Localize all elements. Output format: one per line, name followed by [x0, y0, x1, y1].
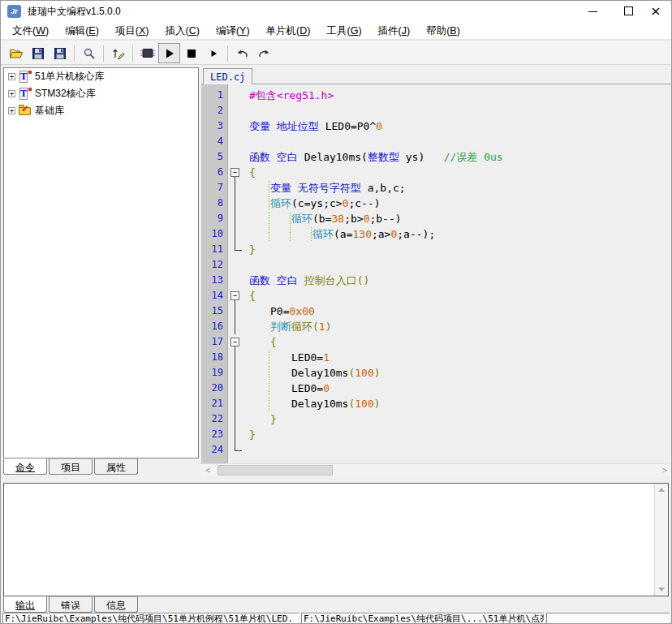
tab-project[interactable]: 项目	[49, 458, 93, 475]
code-text: #包含<reg51.h>	[249, 88, 334, 103]
line-number: 20	[201, 381, 228, 396]
menu-mcu[interactable]: 单片机(D)	[258, 22, 319, 40]
code-text: 函数 空白 Delay10ms(整数型 ys) //误差 0us	[249, 149, 503, 165]
open-button[interactable]	[5, 43, 27, 63]
scroll-right-icon[interactable]: >	[658, 464, 671, 477]
tab-errors[interactable]: 错误	[49, 596, 93, 613]
status-extra	[546, 613, 670, 624]
save-button[interactable]	[27, 43, 49, 63]
goto-edit-button[interactable]	[107, 43, 129, 63]
status-bar: F:\JieRuibc\Examples\纯代码项目\51单片机例程\51单片机…	[1, 613, 671, 624]
scroll-down-icon[interactable]	[655, 583, 669, 596]
stop-button[interactable]	[180, 43, 202, 63]
close-button[interactable]: ×	[642, 1, 670, 21]
chip-icon	[140, 47, 156, 59]
toolbar-separator	[103, 45, 104, 62]
output-vertical-scrollbar[interactable]	[654, 484, 668, 596]
editor-horizontal-scrollbar[interactable]: < >	[201, 463, 671, 476]
code-line-9: 9循环(b=38;b>0;b--)	[201, 211, 671, 226]
expand-plus-icon[interactable]: +	[8, 90, 15, 97]
editor-code-area[interactable]: 1#包含<reg51.h>23变量 地址位型 LED0=P0^045函数 空白 …	[201, 84, 671, 463]
code-text: 判断循环(1)	[249, 319, 331, 334]
menu-plugins[interactable]: 插件(J)	[370, 22, 419, 40]
scrollbar-thumb[interactable]	[218, 465, 333, 476]
line-number: 10	[201, 226, 228, 242]
indent-guide	[290, 227, 291, 241]
run-button[interactable]	[158, 43, 180, 63]
code-line-17: 17−{	[201, 334, 671, 350]
fold-column: −	[228, 288, 249, 303]
expand-plus-icon[interactable]: +	[8, 107, 15, 114]
fold-column	[228, 242, 249, 257]
close-icon: ×	[650, 3, 661, 19]
menu-file[interactable]: 文件(W)	[4, 22, 57, 40]
fold-collapse-icon[interactable]: −	[230, 168, 239, 177]
play-small-icon	[209, 49, 218, 58]
tree-item-51-core-lib[interactable]: +T51单片机核心库	[4, 68, 198, 85]
left-panel-tabs: 命令项目属性	[3, 458, 140, 475]
menu-insert[interactable]: 插入(C)	[157, 22, 208, 40]
fold-collapse-icon[interactable]: −	[230, 291, 239, 300]
code-line-22: 22}	[201, 411, 671, 427]
tab-properties[interactable]: 属性	[94, 458, 138, 475]
code-text: {	[249, 288, 256, 303]
menu-project[interactable]: 项目(X)	[107, 22, 157, 40]
maximize-button[interactable]	[614, 1, 642, 21]
line-number: 6	[201, 165, 228, 180]
fold-column	[228, 134, 249, 149]
fold-column	[228, 180, 249, 196]
redo-icon	[257, 48, 271, 59]
code-text: LED0=1	[249, 350, 330, 365]
menu-edit[interactable]: 编辑(E)	[57, 22, 107, 40]
library-tree-panel[interactable]: +T51单片机核心库+TSTM32核心库+✓基础库	[3, 67, 199, 458]
editor-tabstrip: LED.cj	[201, 67, 671, 84]
fold-collapse-icon[interactable]: −	[230, 338, 239, 346]
search-button[interactable]	[78, 43, 100, 63]
undo-icon	[235, 48, 249, 59]
fold-column	[228, 257, 249, 273]
window-title: 捷瑞中文编程v1.5.0.0	[28, 5, 121, 19]
fold-column	[228, 365, 249, 381]
line-number: 18	[201, 350, 228, 365]
editor-tab-led-cj[interactable]: LED.cj	[203, 68, 252, 84]
code-text: 变量 无符号字符型 a,b,c;	[249, 180, 406, 196]
status-project-path: F:\JieRuibc\Examples\纯代码项目\...\51单片机\点亮L…	[301, 613, 545, 624]
line-number: 23	[201, 427, 228, 442]
menu-compile[interactable]: 编译(Y)	[208, 22, 258, 40]
menu-help[interactable]: 帮助(B)	[418, 22, 468, 40]
tree-item-stm32-core-lib[interactable]: +TSTM32核心库	[4, 85, 198, 102]
code-line-8: 8循环(c=ys;c>0;c--)	[201, 196, 671, 211]
expand-plus-icon[interactable]: +	[8, 73, 15, 80]
code-line-7: 7变量 无符号字符型 a,b,c;	[201, 180, 671, 196]
step-button[interactable]	[202, 43, 224, 63]
line-number: 14	[201, 288, 228, 303]
redo-button[interactable]	[253, 43, 275, 63]
tab-output[interactable]: 输出	[3, 596, 47, 613]
undo-button[interactable]	[231, 43, 253, 63]
output-tabs: 输出错误信息	[3, 596, 140, 613]
line-number: 1	[201, 88, 228, 103]
app-icon: Jr	[7, 5, 21, 18]
tab-command[interactable]: 命令	[3, 458, 47, 475]
code-line-18: 18LED0=1	[201, 350, 671, 365]
indent-guide	[269, 381, 269, 395]
minimize-button[interactable]	[579, 1, 606, 21]
menu-tools[interactable]: 工具(G)	[318, 22, 369, 40]
fold-column	[228, 319, 249, 334]
code-line-10: 10循环(a=130;a>0;a--);	[201, 226, 671, 242]
app-window: Jr 捷瑞中文编程v1.5.0.0 × 文件(W)编辑(E)项目(X)插入(C)…	[0, 0, 672, 624]
chip-download-button[interactable]	[136, 43, 158, 63]
code-text: {	[249, 334, 277, 350]
code-line-23: 23}	[201, 427, 671, 442]
tree-item-base-lib[interactable]: +✓基础库	[4, 102, 198, 119]
tab-info[interactable]: 信息	[94, 596, 138, 613]
line-number: 13	[201, 273, 228, 288]
output-content[interactable]	[4, 484, 654, 596]
code-text: 循环(b=38;b>0;b--)	[249, 211, 402, 226]
line-number: 21	[201, 396, 228, 411]
save-all-button[interactable]	[49, 43, 71, 63]
code-text: 变量 地址位型 LED0=P0^0	[249, 118, 382, 134]
code-text: 循环(a=130;a>0;a--);	[249, 226, 435, 242]
scroll-left-icon[interactable]: <	[201, 464, 214, 477]
scroll-up-icon[interactable]	[655, 484, 669, 497]
